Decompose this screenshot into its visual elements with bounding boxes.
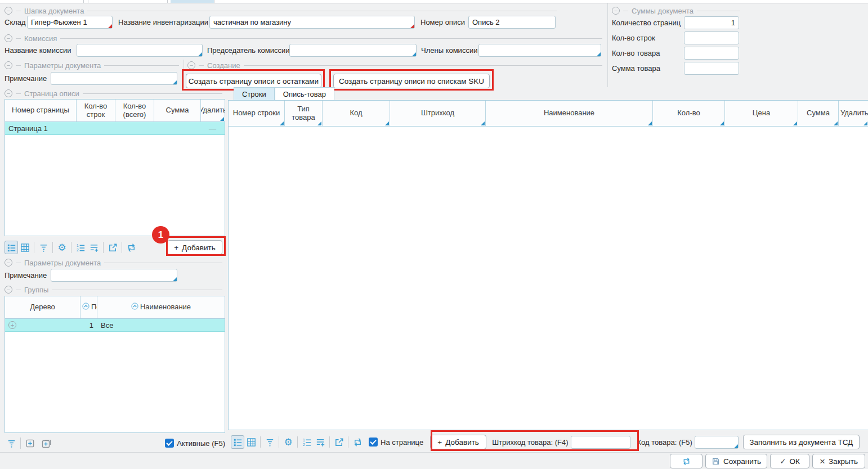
- save-button[interactable]: Сохранить: [705, 454, 767, 468]
- groups-table-row[interactable]: + 1 Все: [5, 319, 225, 332]
- list-number-input[interactable]: [468, 16, 556, 29]
- lines-col-qty[interactable]: Кол-во: [653, 101, 725, 126]
- filter-icon[interactable]: [263, 435, 276, 449]
- ok-button[interactable]: ✓ ОК: [770, 454, 809, 468]
- filter-icon[interactable]: [37, 241, 50, 254]
- refresh-button[interactable]: [670, 454, 703, 468]
- document-sums-panel: − Суммы документа Количество страниц Кол…: [609, 3, 744, 87]
- collapse-icon[interactable]: −: [5, 286, 12, 294]
- lines-col-sum[interactable]: Сумма: [798, 101, 839, 126]
- pages-count-label: Количество страниц: [612, 19, 681, 27]
- toolbar-separator: [103, 242, 104, 253]
- inventory-name-input[interactable]: [209, 16, 415, 29]
- pages-col-number[interactable]: Номер страницы: [5, 100, 77, 121]
- collapse-icon[interactable]: −: [612, 7, 620, 15]
- pages-col-rows[interactable]: Кол-во строк: [77, 100, 115, 121]
- grid-view-icon[interactable]: [244, 435, 258, 449]
- active-filter-checkbox[interactable]: [165, 439, 174, 448]
- inventory-name-label: Название инвентаризации: [118, 18, 208, 26]
- collapse-icon[interactable]: −: [5, 259, 12, 267]
- lines-col-delete[interactable]: Удалить: [839, 101, 868, 126]
- lines-col-code[interactable]: Код: [323, 101, 390, 126]
- lines-col-number[interactable]: Номер строки: [229, 101, 285, 126]
- tab-inventory-goods[interactable]: Опись-товар: [275, 87, 334, 100]
- collapse-icon[interactable]: −: [5, 89, 12, 97]
- pages-col-delete[interactable]: Удалить: [201, 100, 225, 121]
- commission-members-input[interactable]: [478, 44, 601, 57]
- note-label: Примечание: [5, 74, 47, 83]
- numbered-list-icon[interactable]: 12: [74, 241, 87, 254]
- fill-from-tsd-button[interactable]: Заполнить из документа ТСД: [743, 435, 860, 449]
- commission-name-input[interactable]: [77, 44, 203, 57]
- note-input[interactable]: [51, 72, 177, 85]
- add-row-icon[interactable]: [87, 241, 101, 254]
- section-title-doc-params: Параметры документа: [24, 61, 101, 70]
- on-page-checkbox[interactable]: [369, 438, 378, 447]
- section-line: [16, 65, 21, 66]
- note2-input[interactable]: [51, 269, 177, 282]
- pages-count-input[interactable]: [684, 16, 739, 29]
- page-name-cell[interactable]: Страница 1: [5, 122, 77, 134]
- collapse-icon[interactable]: −: [187, 61, 195, 69]
- create-page-by-sku-button[interactable]: Создать страницу описи по спискам SKU: [333, 74, 490, 88]
- pages-table-row[interactable]: Страница 1 —: [5, 122, 225, 135]
- section-line: [104, 65, 179, 66]
- section-line: [16, 263, 21, 263]
- check-icon: ✓: [780, 457, 786, 466]
- settings-gear-icon[interactable]: ⚙: [55, 241, 69, 254]
- expand-node-button-icon[interactable]: [23, 436, 37, 450]
- lines-tabs: Строки Опись-товар: [234, 87, 334, 100]
- lines-col-barcode[interactable]: Штрихкод: [390, 101, 486, 126]
- filter-icon[interactable]: [5, 436, 18, 450]
- expand-all-nodes-icon[interactable]: [40, 436, 53, 450]
- lines-panel: Строки Опись-товар Номер строки Тип това…: [228, 87, 868, 452]
- collapse-icon[interactable]: −: [5, 61, 12, 69]
- reload-icon[interactable]: [351, 435, 364, 449]
- groups-col-tree[interactable]: Дерево: [5, 296, 80, 318]
- goods-sum-input[interactable]: [684, 62, 739, 75]
- section-title-doc-header: Шапка документа: [24, 7, 84, 15]
- settings-gear-icon[interactable]: ⚙: [281, 435, 295, 449]
- on-page-label: На странице: [381, 438, 423, 447]
- group-name-cell[interactable]: Все: [97, 319, 225, 331]
- toolbar-separator: [279, 436, 279, 448]
- goods-count-input[interactable]: [684, 47, 739, 60]
- view-list-icon[interactable]: [5, 241, 18, 254]
- bottom-button-bar: Сохранить ✓ ОК × Закрыть: [0, 452, 868, 469]
- create-page-with-remainders-button[interactable]: Создать страницу описи с остатками: [186, 74, 321, 88]
- tab-lines[interactable]: Строки: [234, 87, 275, 100]
- collapse-icon[interactable]: −: [5, 34, 12, 42]
- open-external-icon[interactable]: [106, 241, 119, 254]
- groups-col-name[interactable]: Наименование: [97, 296, 225, 318]
- page-delete-cell[interactable]: —: [201, 122, 225, 134]
- pages-col-sum[interactable]: Сумма: [154, 100, 201, 121]
- groups-col-pos[interactable]: Пс: [80, 296, 97, 318]
- add-page-button[interactable]: + Добавить: [167, 240, 222, 255]
- close-button[interactable]: × Закрыть: [812, 454, 865, 468]
- section-line: [52, 290, 222, 290]
- warehouse-input[interactable]: [27, 16, 113, 29]
- lines-col-price[interactable]: Цена: [725, 101, 798, 126]
- rows-count-input[interactable]: [684, 31, 739, 44]
- add-row-icon[interactable]: [314, 435, 327, 449]
- section-line: [623, 11, 628, 11]
- sort-asc-icon: [82, 303, 90, 312]
- lines-col-type[interactable]: Тип товара: [285, 101, 323, 126]
- code-input[interactable]: [695, 436, 739, 449]
- pages-col-total[interactable]: Кол-во (всего): [115, 100, 154, 121]
- collapse-icon[interactable]: −: [5, 7, 12, 15]
- open-external-icon[interactable]: [332, 435, 346, 449]
- svg-text:2: 2: [76, 248, 78, 252]
- commission-chair-input[interactable]: [289, 44, 417, 57]
- group-tree-cell[interactable]: +: [5, 319, 80, 331]
- reload-icon[interactable]: [124, 241, 138, 254]
- top-active-tab-remnant[interactable]: [171, 0, 214, 3]
- expand-node-icon[interactable]: +: [8, 321, 16, 329]
- grid-view-icon[interactable]: [18, 241, 32, 254]
- lines-col-name[interactable]: Наименование: [486, 101, 653, 126]
- view-list-icon[interactable]: [231, 435, 244, 449]
- active-filter-label: Активные (F5): [177, 439, 225, 448]
- add-line-button[interactable]: + Добавить: [430, 435, 486, 449]
- barcode-input[interactable]: [571, 436, 630, 449]
- numbered-list-icon[interactable]: 12: [300, 435, 314, 449]
